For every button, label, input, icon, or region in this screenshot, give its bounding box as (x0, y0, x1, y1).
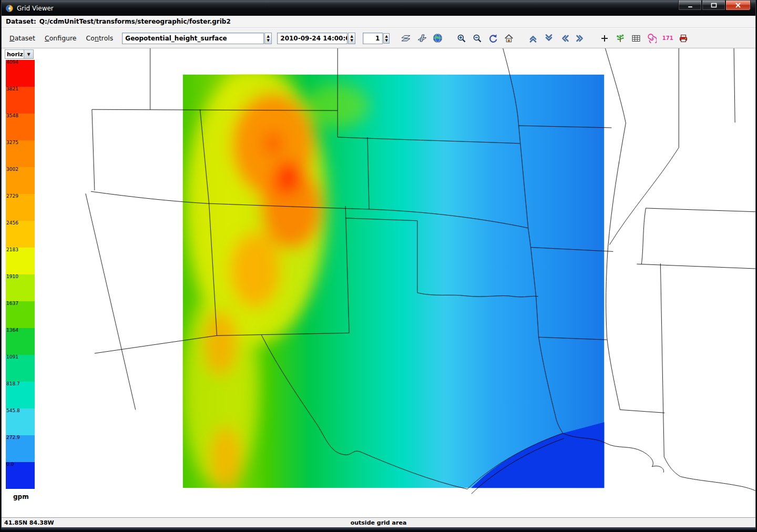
colorscale-segment: 0.0 (6, 462, 35, 489)
colorscale-segment: 545.8 (6, 408, 35, 435)
chevron-double-down-icon[interactable] (541, 31, 556, 46)
grid-overlay (183, 67, 608, 494)
scale-orientation-value: horiz (5, 49, 24, 59)
colorscale-segment: 1910 (6, 274, 35, 301)
window-frame-bottom (1, 528, 756, 532)
home-icon[interactable] (502, 31, 516, 46)
print-icon[interactable] (676, 31, 691, 46)
zoom-in-icon[interactable] (454, 31, 469, 46)
field-name-input[interactable]: Geopotential_height_surface (122, 33, 264, 44)
colorscale-segment: 4094 (6, 60, 35, 87)
grid-table-icon[interactable] (629, 31, 643, 46)
toolbar: DatasetConfigureControls Geopotential_he… (2, 28, 755, 48)
level-input[interactable]: 1 (363, 33, 383, 44)
chevron-double-right-icon[interactable] (573, 31, 588, 46)
colorscale-segment: 1091 (6, 355, 35, 382)
window-title: Grid Viewer (17, 5, 54, 12)
status-message: outside grid area (2, 519, 755, 526)
menu-dataset[interactable]: Dataset (5, 33, 40, 44)
tree-icon[interactable] (613, 31, 628, 46)
chevron-double-up-icon[interactable] (526, 31, 540, 46)
menu-controls[interactable]: Controls (81, 33, 118, 44)
dataset-path: Q:/cdmUnitTest/transforms/stereographic/… (39, 18, 231, 25)
colorscale-segment: 3275 (6, 140, 35, 167)
level-spinner[interactable]: ▲▼ (383, 33, 390, 44)
time-input[interactable]: 2010-09-24 14:00:00Z (277, 33, 347, 44)
colorscale-panel: horiz ▼ 40943821354832753002272924562183… (2, 48, 36, 517)
colorscale-segment: 3002 (6, 167, 35, 194)
screen: Grid Viewer Dataset: Q:/cdmUnitTest/tran… (0, 0, 757, 532)
time-spinner[interactable]: ▲▼ (348, 33, 355, 44)
dataset-bar: Dataset: Q:/cdmUnitTest/transforms/stere… (2, 16, 755, 28)
chevron-down-icon[interactable]: ▼ (24, 49, 34, 59)
colorscale-segment: 2729 (6, 194, 35, 221)
colorscale-segment: 2183 (6, 248, 35, 274)
slice-horizontal-icon[interactable] (398, 31, 413, 46)
app-icon (5, 4, 14, 13)
maximize-button[interactable] (702, 1, 725, 11)
swirl-icon[interactable] (645, 31, 659, 46)
content-area: horiz ▼ 40943821354832753002272924562183… (2, 48, 755, 517)
undo-zoom-icon[interactable] (486, 31, 500, 46)
colorscale-segment: 818.7 (6, 382, 35, 408)
grid-viewer-window: Grid Viewer Dataset: Q:/cdmUnitTest/tran… (1, 0, 756, 528)
minimize-button[interactable] (678, 1, 702, 11)
zoom-out-icon[interactable] (470, 31, 485, 46)
colorscale-segment: 3821 (6, 87, 35, 114)
colorbar: 4094382135483275300227292456218319101637… (6, 60, 35, 489)
dataset-label: Dataset: (6, 18, 36, 25)
titlebar[interactable]: Grid Viewer (2, 1, 755, 16)
map-canvas[interactable] (36, 48, 755, 517)
slice-stack-icon[interactable] (414, 31, 429, 46)
colorscale-segment: 1364 (6, 328, 35, 355)
menubar: DatasetConfigureControls (5, 33, 118, 44)
close-button[interactable] (725, 1, 751, 11)
globe-icon[interactable] (430, 31, 445, 46)
status-bar: 41.85N 84.38W outside grid area (2, 517, 755, 527)
plus-icon[interactable] (597, 31, 612, 46)
colorscale-segment: 1637 (6, 301, 35, 328)
menu-configure[interactable]: Configure (40, 33, 81, 44)
field-spinner[interactable]: ▲▼ (264, 33, 272, 44)
colorscale-segment: 272.9 (6, 435, 35, 462)
scale-orientation-select[interactable]: horiz ▼ (5, 49, 36, 59)
colorscale-segment: 2456 (6, 221, 35, 248)
loop-badge[interactable]: 171 (660, 31, 675, 46)
colorscale-unit: gpm (13, 493, 36, 500)
chevron-double-left-icon[interactable] (557, 31, 572, 46)
colorscale-segment: 3548 (6, 114, 35, 140)
